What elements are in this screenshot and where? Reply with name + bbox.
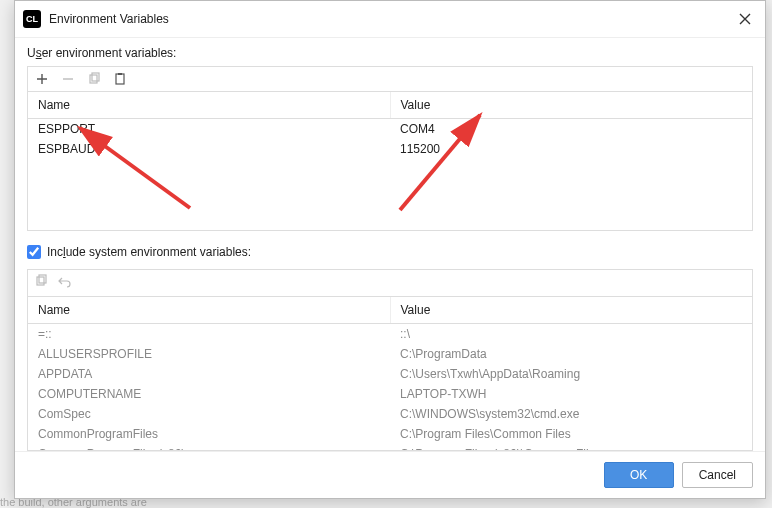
remove-button[interactable] — [60, 71, 76, 87]
dialog-title: Environment Variables — [49, 12, 733, 26]
svg-rect-2 — [116, 74, 124, 84]
user-vars-table: Name Value ESPPORTCOM4ESPBAUD115200 — [27, 91, 753, 231]
cell-value: C:\Users\Txwh\AppData\Roaming — [390, 364, 752, 384]
user-table-header: Name Value — [28, 92, 752, 119]
cell-name[interactable]: ESPPORT — [28, 119, 390, 139]
cell-name: ComSpec — [28, 404, 390, 424]
include-sys-label[interactable]: Include system environment variables: — [47, 245, 251, 259]
sys-table-header: Name Value — [28, 297, 752, 324]
copy-icon — [87, 72, 101, 86]
col-value-header[interactable]: Value — [391, 92, 753, 118]
svg-rect-3 — [118, 73, 122, 75]
svg-rect-1 — [92, 73, 99, 81]
cell-value: LAPTOP-TXWH — [390, 384, 752, 404]
sys-vars-table: Name Value =::::\ALLUSERSPROFILEC:\Progr… — [27, 296, 753, 451]
env-vars-dialog: CL Environment Variables User environmen… — [14, 0, 766, 499]
user-table-body[interactable]: ESPPORTCOM4ESPBAUD115200 — [28, 119, 752, 159]
table-row[interactable]: ESPPORTCOM4 — [28, 119, 752, 139]
paste-icon — [113, 72, 127, 86]
svg-rect-0 — [90, 75, 97, 83]
close-icon — [738, 12, 752, 26]
svg-rect-5 — [39, 275, 46, 283]
cell-value: C:\Program Files\Common Files — [390, 424, 752, 444]
table-row[interactable]: =::::\ — [28, 324, 752, 344]
cell-name: ALLUSERSPROFILE — [28, 344, 390, 364]
table-row[interactable]: CommonProgramFiles(x86)C:\Program Files … — [28, 444, 752, 451]
cell-value: C:\Program Files (x86)\Common Files — [390, 444, 752, 451]
ok-button[interactable]: OK — [604, 462, 674, 488]
titlebar: CL Environment Variables — [15, 1, 765, 38]
cell-name: APPDATA — [28, 364, 390, 384]
dialog-body: User environment variables: Name Value E… — [15, 38, 765, 451]
table-row[interactable]: APPDATAC:\Users\Txwh\AppData\Roaming — [28, 364, 752, 384]
minus-icon — [61, 72, 75, 86]
cell-name[interactable]: ESPBAUD — [28, 139, 390, 159]
sys-copy-button[interactable] — [34, 274, 48, 292]
col-name-header[interactable]: Name — [28, 92, 391, 118]
copy-button[interactable] — [86, 71, 102, 87]
undo-icon — [58, 274, 72, 288]
paste-button[interactable] — [112, 71, 128, 87]
sys-col-value-header[interactable]: Value — [391, 297, 753, 323]
table-row[interactable]: ComSpecC:\WINDOWS\system32\cmd.exe — [28, 404, 752, 424]
cell-name: COMPUTERNAME — [28, 384, 390, 404]
user-vars-toolbar — [27, 66, 753, 91]
cell-name: CommonProgramFiles(x86) — [28, 444, 390, 451]
include-sys-checkbox[interactable] — [27, 245, 41, 259]
dialog-footer: OK Cancel — [15, 451, 765, 498]
cancel-button[interactable]: Cancel — [682, 462, 753, 488]
sys-revert-button[interactable] — [58, 274, 72, 292]
table-row[interactable]: COMPUTERNAMELAPTOP-TXWH — [28, 384, 752, 404]
table-row[interactable]: ESPBAUD115200 — [28, 139, 752, 159]
copy-icon — [34, 274, 48, 288]
sys-col-name-header[interactable]: Name — [28, 297, 391, 323]
table-row[interactable]: CommonProgramFilesC:\Program Files\Commo… — [28, 424, 752, 444]
cell-value[interactable]: COM4 — [390, 119, 752, 139]
cell-value[interactable]: 115200 — [390, 139, 752, 159]
cell-value: ::\ — [390, 324, 752, 344]
cell-value: C:\WINDOWS\system32\cmd.exe — [390, 404, 752, 424]
close-button[interactable] — [733, 7, 757, 31]
cell-name: =:: — [28, 324, 390, 344]
add-button[interactable] — [34, 71, 50, 87]
plus-icon — [35, 72, 49, 86]
include-sys-row: Include system environment variables: — [27, 245, 753, 259]
table-row[interactable]: ALLUSERSPROFILEC:\ProgramData — [28, 344, 752, 364]
cell-value: C:\ProgramData — [390, 344, 752, 364]
sys-vars-toolbar — [27, 269, 753, 296]
cell-name: CommonProgramFiles — [28, 424, 390, 444]
sys-table-body[interactable]: =::::\ALLUSERSPROFILEC:\ProgramDataAPPDA… — [28, 324, 752, 451]
svg-rect-4 — [37, 277, 44, 285]
user-vars-label: User environment variables: — [27, 46, 753, 60]
app-icon: CL — [23, 10, 41, 28]
